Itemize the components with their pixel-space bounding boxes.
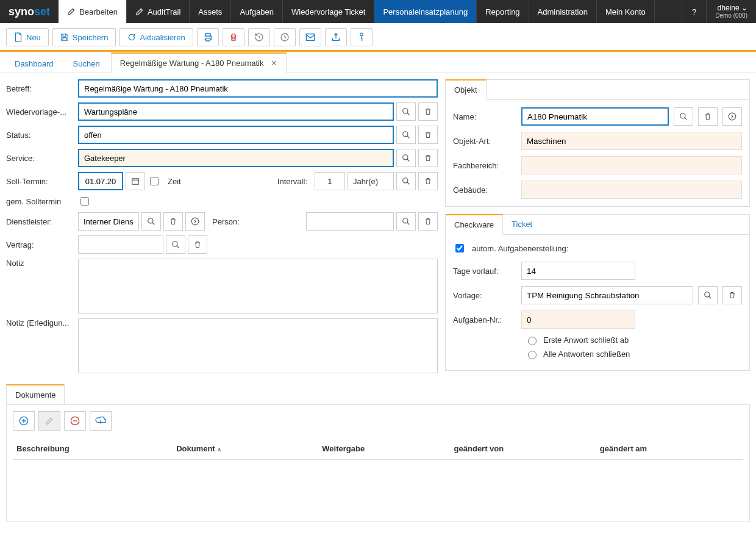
wiedervorlage-delete-button[interactable] xyxy=(418,102,438,121)
aufgaben-nr-label: Aufgaben-Nr.: xyxy=(453,315,516,324)
mail-button[interactable] xyxy=(299,28,321,46)
nav-personaleinsatz[interactable]: Personaleinsatzplanung xyxy=(374,0,477,23)
nav-assets[interactable]: Assets xyxy=(190,0,231,23)
nav-help[interactable]: ? xyxy=(682,0,707,23)
share-button[interactable] xyxy=(325,28,347,46)
main-content: Betreff: Wiedervorlage-... Status: Servi… xyxy=(0,73,756,384)
subtab-dashboard[interactable]: Dashboard xyxy=(6,54,62,73)
service-input[interactable] xyxy=(78,149,394,167)
fachbereich-input xyxy=(521,156,742,174)
col-geandert-am[interactable]: geändert am xyxy=(600,444,740,453)
svg-point-14 xyxy=(705,292,710,297)
solltermin-input[interactable] xyxy=(78,172,123,190)
objekt-art-input xyxy=(521,132,742,150)
autom-checkbox[interactable] xyxy=(455,244,464,253)
key-button[interactable] xyxy=(351,28,373,46)
zeit-checkbox[interactable] xyxy=(150,177,159,185)
vorlage-search-button[interactable] xyxy=(698,286,718,304)
user-name: dheine ⌄ xyxy=(718,4,747,12)
wiedervorlage-input[interactable] xyxy=(78,102,394,121)
tage-vorlauf-input[interactable] xyxy=(521,262,635,280)
service-search-button[interactable] xyxy=(396,149,416,167)
delete-button[interactable] xyxy=(223,28,244,46)
aktualisieren-button[interactable]: Aktualisieren xyxy=(119,28,193,46)
nav-meinkonto-label: Mein Konto xyxy=(605,7,646,16)
intervall-unit-select[interactable]: Jahr(e) xyxy=(348,172,394,190)
documents-tab[interactable]: Dokumente xyxy=(6,384,65,404)
status-search-button[interactable] xyxy=(396,126,416,144)
print-icon xyxy=(203,32,213,42)
dienstleister-input[interactable] xyxy=(78,212,139,231)
person-delete-button[interactable] xyxy=(418,212,438,231)
tage-vorlauf-label: Tage vorlauf: xyxy=(453,267,516,276)
search-icon xyxy=(402,177,410,185)
gem-solltermin-checkbox[interactable] xyxy=(80,197,89,206)
objekt-name-search-button[interactable] xyxy=(674,107,693,126)
vorlage-delete-button[interactable] xyxy=(722,286,742,304)
betreff-input[interactable] xyxy=(78,79,438,98)
dienstleister-go-button[interactable] xyxy=(185,212,205,231)
svg-point-8 xyxy=(148,218,153,223)
status-input[interactable] xyxy=(78,126,394,144)
radio-erste-antwort[interactable] xyxy=(528,337,537,345)
objekt-name-delete-button[interactable] xyxy=(698,107,718,126)
objekt-name-go-button[interactable] xyxy=(722,107,742,126)
col-weitergabe[interactable]: Weitergabe xyxy=(322,444,448,453)
wiedervorlage-search-button[interactable] xyxy=(396,102,416,121)
clock-button[interactable] xyxy=(274,28,296,46)
subtab-suchen[interactable]: Suchen xyxy=(65,54,109,73)
subtab-active[interactable]: Regelmäßige Wartung - A180 Pneumatik ✕ xyxy=(111,52,287,73)
history-button[interactable] xyxy=(248,28,270,46)
solltermin-calendar-button[interactable] xyxy=(126,172,145,190)
person-input[interactable] xyxy=(306,212,394,231)
nav-meinkonto[interactable]: Mein Konto xyxy=(597,0,655,23)
checkware-tab[interactable]: Checkware xyxy=(446,214,503,235)
col-beschreibung[interactable]: Beschreibung xyxy=(16,444,170,453)
service-delete-button[interactable] xyxy=(418,149,438,167)
doc-edit-button[interactable] xyxy=(38,411,60,431)
objekt-tab[interactable]: Objekt xyxy=(446,79,487,100)
print-button[interactable] xyxy=(197,28,219,46)
ticket-tab[interactable]: Ticket xyxy=(503,215,541,234)
svg-point-2 xyxy=(360,33,363,36)
radio-alle-antworten[interactable] xyxy=(528,351,537,359)
speichern-button[interactable]: Speichern xyxy=(52,28,116,46)
close-icon[interactable]: ✕ xyxy=(271,59,277,68)
plus-circle-icon xyxy=(19,416,29,426)
nav-reporting[interactable]: Reporting xyxy=(477,0,529,23)
svg-point-9 xyxy=(191,218,199,225)
nav-administration[interactable]: Administration xyxy=(529,0,597,23)
vertrag-delete-button[interactable] xyxy=(188,235,207,254)
doc-remove-button[interactable] xyxy=(64,411,86,431)
nav-aufgaben[interactable]: Aufgaben xyxy=(231,0,283,23)
notiz-textarea[interactable] xyxy=(78,259,438,313)
col-geandert-von[interactable]: geändert von xyxy=(454,444,594,453)
dienstleister-search-button[interactable] xyxy=(141,212,161,231)
autom-label: autom. Aufgabenerstellung: xyxy=(472,244,568,253)
neu-label: Neu xyxy=(26,33,41,42)
doc-download-button[interactable] xyxy=(90,411,112,431)
objekt-name-input[interactable] xyxy=(521,107,669,126)
nav-wiedervorlage[interactable]: Wiedervorlage Ticket xyxy=(283,0,374,23)
vertrag-search-button[interactable] xyxy=(166,235,185,254)
col-dokument[interactable]: Dokument ∧ xyxy=(176,444,316,453)
intervall-input[interactable] xyxy=(315,172,345,190)
vorlage-input[interactable] xyxy=(521,286,693,304)
user-menu[interactable]: dheine ⌄ Demo (000) xyxy=(707,0,756,23)
intervall-search-button[interactable] xyxy=(396,172,416,190)
nav-audittrail[interactable]: AuditTrail xyxy=(127,0,190,23)
checkware-panel: Checkware Ticket autom. Aufgabenerstellu… xyxy=(445,214,750,371)
nav-bearbeiten[interactable]: Bearbeiten xyxy=(59,0,127,23)
arrow-right-icon xyxy=(191,217,199,226)
doc-add-button[interactable] xyxy=(13,411,35,431)
status-delete-button[interactable] xyxy=(418,126,438,144)
neu-button[interactable]: Neu xyxy=(6,28,49,46)
vertrag-label: Vertrag: xyxy=(6,240,73,249)
person-search-button[interactable] xyxy=(396,212,416,231)
vertrag-input[interactable] xyxy=(78,235,163,254)
notiz-erledigung-textarea[interactable] xyxy=(78,318,438,373)
speichern-label: Speichern xyxy=(73,33,109,42)
intervall-delete-button[interactable] xyxy=(418,172,438,190)
dienstleister-delete-button[interactable] xyxy=(163,212,183,231)
brand-part2: set xyxy=(34,5,50,18)
